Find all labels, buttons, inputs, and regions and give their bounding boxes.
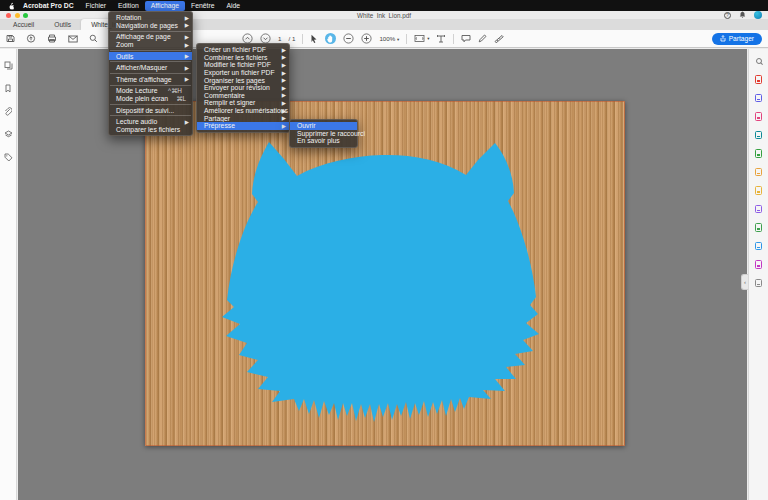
submenu-arrow-icon: ▶ xyxy=(185,34,189,40)
menu-item[interactable]: Afficher/Masquer ▶ xyxy=(109,64,192,72)
apple-logo-icon[interactable] xyxy=(5,2,17,10)
menu-item[interactable]: Remplir et signer ▶ xyxy=(197,99,289,107)
enhance-scans-icon[interactable] xyxy=(754,167,764,177)
menu-item[interactable]: Comparer les fichiers ▶ xyxy=(109,126,192,134)
menu-item[interactable]: En savoir plus ▶ xyxy=(290,137,357,145)
submenu-arrow-icon: ▶ xyxy=(282,70,286,76)
create-pdf-icon[interactable] xyxy=(754,112,764,122)
submenu-arrow-icon: ▶ xyxy=(185,15,189,21)
edit-pdf-icon[interactable] xyxy=(754,93,764,103)
fill-sign-icon[interactable] xyxy=(754,204,764,214)
submenu-arrow-icon: ▶ xyxy=(282,108,286,114)
page-thumbnails-icon[interactable] xyxy=(4,61,13,70)
submenu-arrow-icon: ▶ xyxy=(282,47,286,53)
lion-silhouette-artwork xyxy=(146,102,626,447)
upload-cloud-icon[interactable] xyxy=(26,34,36,43)
find-icon[interactable] xyxy=(89,34,98,43)
submenu-arrow-icon: ▶ xyxy=(185,76,189,82)
print-icon[interactable] xyxy=(47,34,57,43)
tools-pane-rail xyxy=(748,49,768,500)
menu-item[interactable]: Rotation ▶ xyxy=(109,14,192,22)
menu-item[interactable]: Navigation de pages ▶ xyxy=(109,22,192,30)
print-production-icon[interactable] xyxy=(754,223,764,233)
submenu-arrow-icon: ▶ xyxy=(282,85,286,91)
menu-item[interactable]: Combiner les fichiers ▶ xyxy=(197,54,289,62)
menu-item[interactable]: Ouvrir ▶ xyxy=(290,122,357,130)
menu-separator xyxy=(110,61,191,62)
menu-separator xyxy=(110,73,191,74)
export-pdf-icon[interactable] xyxy=(754,75,764,85)
submenu-arrow-icon: ▶ xyxy=(282,62,286,68)
page-count-label: / 1 xyxy=(288,35,295,42)
menu-item[interactable]: Thème d'affichage ▶ xyxy=(109,76,192,84)
layers-icon[interactable] xyxy=(4,130,13,139)
combine-files-icon[interactable] xyxy=(754,149,764,159)
menu-item[interactable]: Créer un fichier PDF ▶ xyxy=(197,46,289,54)
fit-page-dropdown[interactable]: ▾ xyxy=(414,34,429,43)
notifications-bell-icon[interactable] xyxy=(739,11,746,19)
user-avatar[interactable] xyxy=(754,11,762,19)
attachments-icon[interactable] xyxy=(4,107,12,116)
pencil-icon[interactable] xyxy=(478,34,487,43)
tags-icon[interactable] xyxy=(4,153,13,162)
submenu-arrow-icon: ▶ xyxy=(185,65,189,71)
zoom-level-dropdown[interactable]: 100% ▾ xyxy=(379,35,399,42)
email-icon[interactable] xyxy=(68,35,78,43)
menu-item[interactable]: Dispositif de suivi... ▶ xyxy=(109,106,192,114)
submenu-arrow-icon: ▶ xyxy=(282,100,286,106)
menu-item[interactable]: Supprimer le raccourci ▶ xyxy=(290,130,357,138)
submenu-arrow-icon: ▶ xyxy=(185,22,189,28)
submenu-arrow-icon: ▶ xyxy=(185,119,189,125)
tab-accueil[interactable]: Accueil xyxy=(3,19,44,31)
pdf-page[interactable] xyxy=(145,101,625,446)
comment-tool-icon[interactable] xyxy=(754,186,764,196)
submenu-arrow-icon: ▶ xyxy=(185,53,189,59)
menu-fenetre[interactable]: Fenêtre xyxy=(185,1,220,11)
menu-separator xyxy=(110,104,191,105)
fit-width-icon[interactable] xyxy=(436,34,446,44)
protect-icon[interactable] xyxy=(754,260,764,270)
app-menu-acrobat[interactable]: Acrobat Pro DC xyxy=(17,1,80,11)
page-number-field[interactable]: 1 xyxy=(278,35,281,42)
menu-item[interactable]: Prépresse ▶ xyxy=(197,122,289,130)
submenu-arrow-icon: ▶ xyxy=(185,42,189,48)
menu-separator xyxy=(110,50,191,51)
menu-item[interactable]: Commentaire ▶ xyxy=(197,92,289,100)
menu-item[interactable]: Améliorer les numérisations ▶ xyxy=(197,107,289,115)
save-icon[interactable] xyxy=(6,34,15,43)
menu-separator xyxy=(110,115,191,116)
menu-item[interactable]: Outils ▶ xyxy=(109,52,192,60)
menu-edition[interactable]: Edition xyxy=(112,1,145,11)
menu-item[interactable]: Exporter un fichier PDF ▶ xyxy=(197,69,289,77)
menu-item[interactable]: Modifier le fichier PDF ▶ xyxy=(197,61,289,69)
submenu-arrow-icon: ▶ xyxy=(282,92,286,98)
zoom-out-button[interactable] xyxy=(343,33,354,44)
menu-item[interactable]: Partager ▶ xyxy=(197,114,289,122)
zoom-in-button[interactable] xyxy=(361,33,372,44)
menu-aide[interactable]: Aide xyxy=(220,1,246,11)
menu-fichier[interactable]: Fichier xyxy=(80,1,112,11)
measure-icon[interactable] xyxy=(494,34,504,43)
hand-tool-active[interactable] xyxy=(325,33,336,44)
bookmarks-icon[interactable] xyxy=(4,84,12,93)
menu-affichage[interactable]: Affichage xyxy=(145,1,185,11)
submenu-arrow-icon: ▶ xyxy=(282,123,286,129)
select-tool-icon[interactable] xyxy=(310,34,318,44)
organize-pages-icon[interactable] xyxy=(754,130,764,140)
tab-outils[interactable]: Outils xyxy=(44,19,81,31)
submenu-arrow-icon: ▶ xyxy=(282,54,286,60)
menu-item[interactable]: Affichage de page ▶ xyxy=(109,33,192,41)
menu-separator xyxy=(110,85,191,86)
menu-item[interactable]: Organiser les pages ▶ xyxy=(197,76,289,84)
help-icon[interactable]: ? xyxy=(724,12,731,19)
menu-item[interactable]: Mode plein écran ⌘L ▶ xyxy=(109,95,192,103)
comment-bubble-icon[interactable] xyxy=(461,34,471,43)
menu-item[interactable]: Zoom ▶ xyxy=(109,41,192,49)
collapse-tools-pane-button[interactable]: ‹ xyxy=(741,274,748,290)
menu-item[interactable]: Lecture audio ▶ xyxy=(109,118,192,126)
send-review-icon[interactable] xyxy=(754,241,764,251)
search-tool-icon[interactable] xyxy=(754,56,764,66)
more-tools-icon[interactable] xyxy=(754,278,764,288)
menu-item[interactable]: Envoyer pour révision ▶ xyxy=(197,84,289,92)
share-button[interactable]: Partager xyxy=(712,33,762,45)
